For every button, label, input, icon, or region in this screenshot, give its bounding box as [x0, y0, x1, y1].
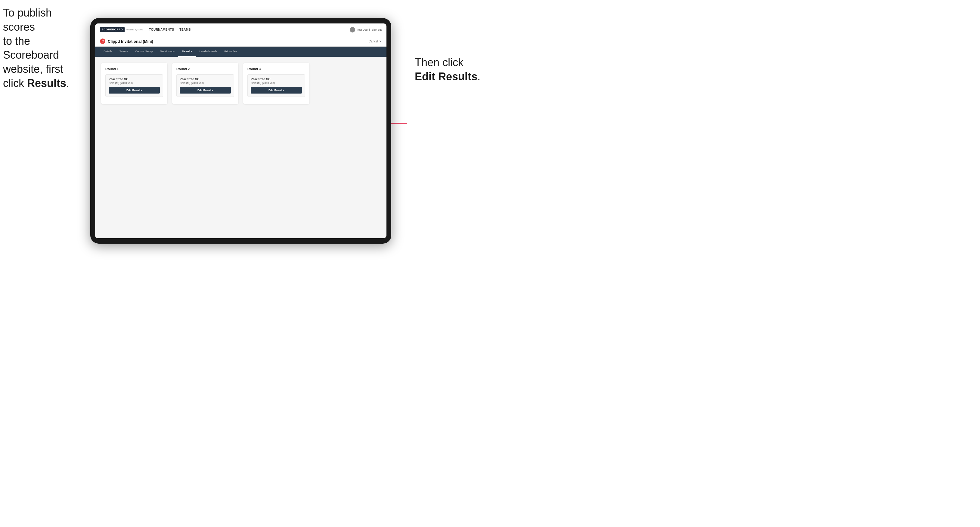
nav-links: TOURNAMENTS TEAMS	[149, 28, 350, 31]
round-1-title: Round 1	[105, 67, 163, 71]
tab-printables[interactable]: Printables	[221, 47, 240, 57]
tournament-header: C Clippd Invitational (Mini) Cancel ✕	[95, 36, 387, 47]
round-1-card: Round 1 Peachtree GC Gold (M) (7010 yds)…	[101, 63, 167, 104]
instruction-right: Then click Edit Results.	[415, 56, 487, 84]
round-3-card: Round 3 Peachtree GC Gold (M) (7010 yds)…	[243, 63, 309, 104]
username: Test User |	[357, 28, 370, 31]
round-3-title: Round 3	[247, 67, 305, 71]
tab-leaderboards[interactable]: Leaderboards	[196, 47, 221, 57]
instruction-line1: To publish scores	[3, 6, 52, 33]
round-1-edit-results-button[interactable]: Edit Results	[109, 87, 160, 94]
punctuation-left: .	[66, 77, 69, 89]
powered-by: Powered by clippd	[126, 29, 143, 31]
round-3-course-name: Peachtree GC	[251, 78, 302, 81]
close-icon: ✕	[379, 40, 382, 43]
round-4-empty	[314, 63, 380, 104]
tab-teams[interactable]: Teams	[116, 47, 132, 57]
tab-course-setup[interactable]: Course Setup	[132, 47, 156, 57]
round-3-course-card: Peachtree GC Gold (M) (7010 yds) Edit Re…	[247, 74, 305, 97]
tournament-title-area: C Clippd Invitational (Mini)	[100, 38, 153, 44]
top-nav: SCOREBOARD Powered by clippd TOURNAMENTS…	[95, 24, 387, 36]
instruction-line4: click	[3, 77, 27, 89]
tournament-name: Clippd Invitational (Mini)	[108, 39, 153, 44]
round-2-edit-results-button[interactable]: Edit Results	[180, 87, 231, 94]
then-click-text: Then click	[415, 56, 463, 68]
instruction-line3: website, first	[3, 63, 63, 75]
round-2-course-name: Peachtree GC	[180, 78, 231, 81]
rounds-grid: Round 1 Peachtree GC Gold (M) (7010 yds)…	[101, 63, 380, 104]
logo-area: SCOREBOARD Powered by clippd	[100, 27, 143, 32]
teams-link[interactable]: TEAMS	[180, 28, 191, 31]
tab-details[interactable]: Details	[100, 47, 116, 57]
round-3-edit-results-button[interactable]: Edit Results	[251, 87, 302, 94]
round-1-course-name: Peachtree GC	[109, 78, 160, 81]
user-avatar-icon	[350, 27, 355, 32]
results-highlight: Results	[27, 77, 66, 89]
round-1-course-card: Peachtree GC Gold (M) (7010 yds) Edit Re…	[105, 74, 163, 97]
content-area: Round 1 Peachtree GC Gold (M) (7010 yds)…	[95, 57, 387, 238]
round-2-card: Round 2 Peachtree GC Gold (M) (7010 yds)…	[172, 63, 239, 104]
signout-link[interactable]: Sign out	[372, 28, 382, 31]
scoreboard-logo: SCOREBOARD	[100, 27, 125, 32]
instruction-line2: to the Scoreboard	[3, 35, 59, 61]
round-2-course-details: Gold (M) (7010 yds)	[180, 81, 231, 84]
user-area: Test User | Sign out	[350, 27, 382, 32]
cancel-button[interactable]: Cancel ✕	[369, 40, 382, 43]
round-2-course-card: Peachtree GC Gold (M) (7010 yds) Edit Re…	[177, 74, 234, 97]
tab-bar: Details Teams Course Setup Tee Groups Re…	[95, 47, 387, 57]
tab-tee-groups[interactable]: Tee Groups	[156, 47, 178, 57]
tablet-frame: SCOREBOARD Powered by clippd TOURNAMENTS…	[90, 18, 391, 244]
cancel-label: Cancel	[369, 40, 378, 43]
edit-results-highlight: Edit Results	[415, 70, 477, 83]
tournaments-link[interactable]: TOURNAMENTS	[149, 28, 174, 31]
round-2-title: Round 2	[177, 67, 234, 71]
tablet-screen: SCOREBOARD Powered by clippd TOURNAMENTS…	[95, 24, 387, 238]
round-3-course-details: Gold (M) (7010 yds)	[251, 81, 302, 84]
punctuation-right: .	[477, 70, 480, 83]
instruction-left: To publish scores to the Scoreboard webs…	[3, 6, 84, 90]
round-1-course-details: Gold (M) (7010 yds)	[109, 81, 160, 84]
tab-results[interactable]: Results	[178, 47, 196, 57]
tournament-icon: C	[100, 38, 105, 44]
